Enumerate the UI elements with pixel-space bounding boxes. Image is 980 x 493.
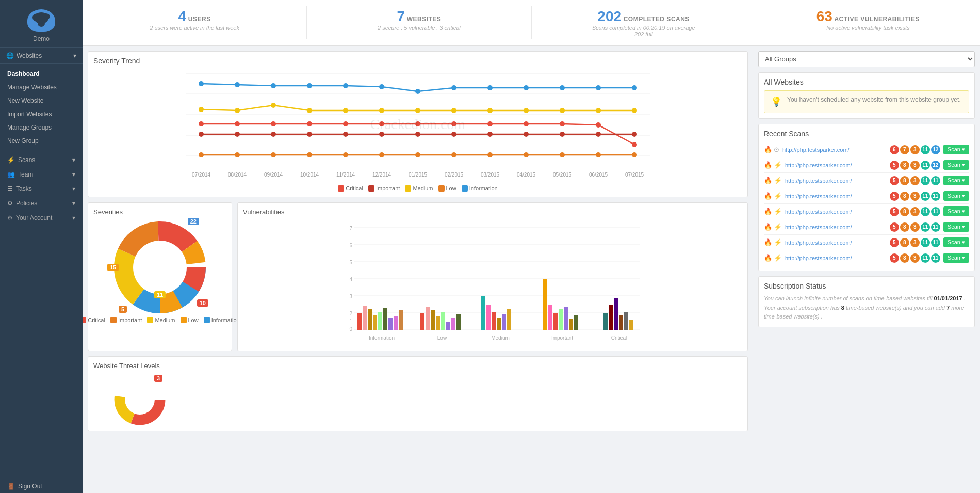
scan-button[interactable]: Scan ▾ xyxy=(943,206,969,216)
bolt-icon: ⚡ xyxy=(774,177,782,184)
svg-point-52 xyxy=(343,132,348,137)
svg-point-40 xyxy=(379,121,384,126)
svg-point-16 xyxy=(451,85,456,90)
signout-icon: 🚪 xyxy=(7,483,15,490)
svg-point-21 xyxy=(632,85,637,90)
threat-title: Website Threat Levels xyxy=(93,362,742,370)
scan-row: 🔥 ⚡ http://php.testsparker.com/ 5 8 3 11… xyxy=(764,188,969,204)
sidebar-tasks-group[interactable]: ☰ Tasks ▾ xyxy=(0,180,83,195)
svg-text:4: 4 xyxy=(349,277,352,282)
scan-row: 🔥 ⚡ http://php.testsparker.com/ 5 8 3 11… xyxy=(764,173,969,188)
sidebar-item-dashboard[interactable]: Dashboard xyxy=(0,67,83,81)
svg-point-30 xyxy=(487,108,493,113)
scan-url[interactable]: http://php.testsparker.com/ xyxy=(785,224,887,230)
chevron-team-icon: ▾ xyxy=(72,171,75,178)
severity-trend-container: Severity Trend Crackedion.com xyxy=(88,51,748,197)
scan-url[interactable]: http://php.testsparker.com/ xyxy=(785,162,887,168)
svg-point-35 xyxy=(199,121,204,126)
stat-vulns: 63 ACTIVE VULNERABILITIES No active vuln… xyxy=(756,6,980,39)
sidebar-item-new-website[interactable]: New Website xyxy=(0,94,83,107)
sidebar-scans-group[interactable]: ⚡ Scans ▾ xyxy=(0,151,83,166)
svg-rect-112 xyxy=(378,312,382,330)
sidebar-team-group[interactable]: 👥 Team ▾ xyxy=(0,166,83,180)
scan-url[interactable]: http://php.testsparker.com/ xyxy=(785,209,887,215)
svg-point-27 xyxy=(379,108,384,113)
subscription-section: Subscription Status You can launch infin… xyxy=(758,276,975,327)
users-sub: 2 users were active in the last week xyxy=(88,25,301,31)
scans-label: COMPLETED SCANS xyxy=(624,15,690,23)
legend-medium: Medium xyxy=(405,185,433,192)
svg-point-61 xyxy=(199,152,204,157)
svg-point-33 xyxy=(596,108,601,113)
svg-rect-131 xyxy=(543,279,547,330)
scan-button[interactable]: Scan ▾ xyxy=(943,145,969,154)
fire-icon: 🔥 xyxy=(764,161,772,169)
sidebar-account-group[interactable]: ⚙ Your Account ▾ xyxy=(0,209,83,224)
donut-label-critical: 10 xyxy=(197,299,208,307)
websites-selector[interactable]: 🌐 Websites ▾ xyxy=(0,48,83,64)
svg-rect-111 xyxy=(373,315,377,330)
sev-legend-important: Important xyxy=(110,317,142,323)
threat-levels-panel: Website Threat Levels 3 xyxy=(88,356,748,431)
scan-url[interactable]: http://php.testsparker.com/ xyxy=(785,193,887,199)
svg-point-45 xyxy=(560,121,565,126)
trend-legend: Critical Important Medium Low xyxy=(93,185,742,192)
scan-status-icons: 🔥 ⚡ xyxy=(764,177,782,184)
svg-text:0: 0 xyxy=(349,326,352,332)
scan-url[interactable]: http://php.testsparker.com/ xyxy=(785,255,887,261)
svg-point-70 xyxy=(524,152,529,157)
severities-panel: Severities xyxy=(88,202,232,351)
sidebar-item-manage-groups[interactable]: Manage Groups xyxy=(0,121,83,134)
svg-text:Low: Low xyxy=(437,335,447,341)
scan-button[interactable]: Scan ▾ xyxy=(943,253,969,263)
svg-rect-119 xyxy=(431,310,435,330)
svg-point-50 xyxy=(271,132,276,137)
groups-select[interactable]: All Groups xyxy=(758,51,975,67)
svg-rect-108 xyxy=(357,313,362,330)
scan-url[interactable]: http://php.testsparker.com/ xyxy=(785,178,887,184)
scan-url[interactable]: http://php.testsparker.com/ xyxy=(782,147,887,153)
svg-rect-139 xyxy=(609,305,613,330)
svg-point-20 xyxy=(596,85,601,90)
svg-point-72 xyxy=(596,152,601,157)
sidebar-item-import-websites[interactable]: Import Websites xyxy=(0,107,83,121)
scan-button[interactable]: Scan ▾ xyxy=(943,191,969,201)
sidebar-policies-group[interactable]: ⚙ Policies ▾ xyxy=(0,195,83,209)
logo-area: Demo xyxy=(0,0,83,48)
scan-url[interactable]: http://php.testsparker.com/ xyxy=(785,240,887,246)
sidebar-item-manage-websites[interactable]: Manage Websites xyxy=(0,81,83,94)
sev-legend-critical: Critical xyxy=(83,317,105,323)
stats-bar: 4 USERS 2 users were active in the last … xyxy=(83,0,980,46)
chevron-tasks-icon: ▾ xyxy=(72,185,75,193)
scan-row: 🔥 ⚡ http://php.testsparker.com/ 5 8 3 11… xyxy=(764,157,969,173)
donut-label-important: 11 xyxy=(154,291,166,298)
scan-button[interactable]: Scan ▾ xyxy=(943,176,969,185)
trend-chart-title: Severity Trend xyxy=(93,57,742,65)
team-nav-icon: 👥 xyxy=(7,171,15,178)
svg-text:02/2015: 02/2015 xyxy=(445,172,464,178)
scans-sub: Scans completed in 00:20:19 on average xyxy=(537,25,750,31)
threat-donut-svg xyxy=(93,374,186,425)
svg-point-67 xyxy=(415,152,420,157)
scan-badges: 5 8 3 11 11 xyxy=(890,253,940,263)
scan-row: 🔥 ⚡ http://php.testsparker.com/ 5 8 3 11… xyxy=(764,250,969,265)
svg-point-58 xyxy=(560,132,565,137)
sev-legend-information: Information xyxy=(204,317,240,323)
sidebar-item-sign-out[interactable]: 🚪 Sign Out xyxy=(0,480,83,493)
scan-button[interactable]: Scan ▾ xyxy=(943,222,969,232)
fire-icon: 🔥 xyxy=(764,254,772,262)
svg-text:08/2014: 08/2014 xyxy=(228,172,247,178)
sidebar-item-new-group[interactable]: New Group xyxy=(0,134,83,148)
svg-point-19 xyxy=(560,85,565,90)
severities-title: Severities xyxy=(93,208,226,216)
users-label: USERS xyxy=(188,15,211,23)
vulnerabilities-panel: Vulnerabilities 7 6 5 4 3 2 1 0 xyxy=(237,202,748,351)
svg-point-63 xyxy=(271,152,276,157)
bolt-icon: ⚡ xyxy=(774,192,782,200)
scan-badges: 5 8 3 11 11 xyxy=(890,207,940,216)
scan-button[interactable]: Scan ▾ xyxy=(943,160,969,170)
scan-button[interactable]: Scan ▾ xyxy=(943,237,969,247)
svg-point-15 xyxy=(415,89,420,94)
clock-icon: ⊙ xyxy=(774,146,779,153)
svg-point-60 xyxy=(632,132,637,137)
